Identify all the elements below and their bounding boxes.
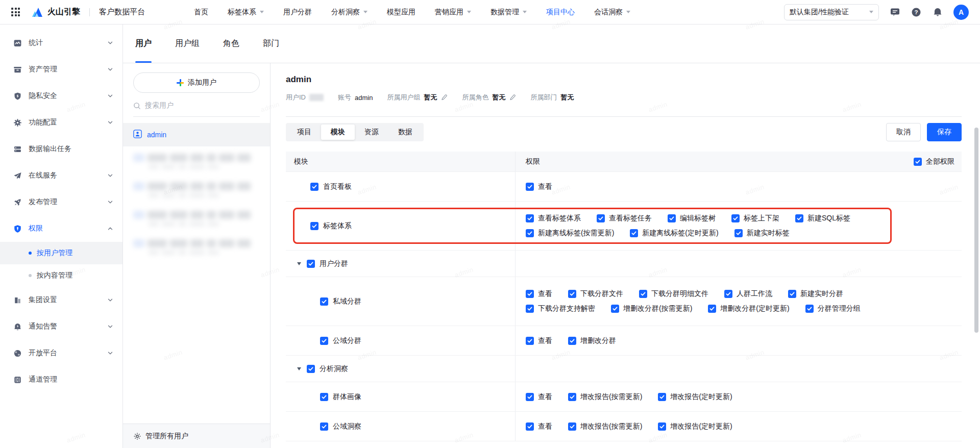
permission-checkbox[interactable] (597, 214, 605, 222)
segment-tab-2[interactable]: 模块 (321, 125, 355, 140)
user-list-item-redacted[interactable] (123, 237, 270, 261)
nav-item-3[interactable]: 用户分群 (283, 8, 312, 17)
top-navbar: 火山引擎 客户数据平台 首页标签体系用户分群分析洞察模型应用营销应用数据管理项目… (0, 0, 980, 24)
module-checkbox[interactable] (320, 422, 328, 431)
nav-item-9[interactable]: 会话洞察 (594, 8, 630, 17)
sidebar-item-config[interactable]: 功能配置 (0, 109, 122, 136)
user-avatar[interactable]: A (953, 5, 969, 20)
tab-4[interactable]: 部门 (263, 24, 279, 63)
notification-bell-icon[interactable] (932, 7, 943, 18)
product-name: 客户数据平台 (99, 7, 145, 17)
permission-checkbox[interactable] (795, 214, 803, 222)
permission-checkbox[interactable] (526, 393, 534, 401)
nav-item-6[interactable]: 营销应用 (435, 8, 471, 17)
nav-item-4[interactable]: 分析洞察 (331, 8, 368, 17)
permission-checkbox[interactable] (658, 393, 666, 401)
sidebar-item-notification[interactable]: 通知告警 (0, 313, 122, 340)
sidebar-item-online-service[interactable]: 在线服务 (0, 162, 122, 189)
sidebar-item-assets[interactable]: 资产管理 (0, 56, 122, 83)
sidebar-item-data-output[interactable]: 数据输出任务 (0, 136, 122, 162)
module-checkbox[interactable] (320, 393, 328, 401)
main-content: admin 用户ID账号admin所属用户组暂无所属角色暂无所属部门暂无 项目模… (271, 63, 980, 448)
segment-tab-3[interactable]: 资源 (355, 125, 388, 140)
app-grid-icon[interactable] (11, 8, 20, 16)
permission-checkbox[interactable] (568, 393, 576, 401)
permission-checkbox[interactable] (788, 290, 796, 298)
user-list-item-redacted[interactable] (123, 209, 270, 232)
permission-checkbox[interactable] (568, 337, 576, 345)
permission-checkbox[interactable] (526, 305, 534, 313)
permission-checkbox[interactable] (658, 422, 666, 431)
permission-checkbox[interactable] (526, 214, 534, 222)
module-checkbox[interactable] (320, 337, 328, 345)
sidebar-item-permission[interactable]: 权限 (0, 215, 122, 242)
add-user-button[interactable]: 添加用户 (133, 72, 260, 93)
permission-checkbox[interactable] (708, 305, 716, 313)
all-permissions-checkbox[interactable] (914, 158, 922, 166)
module-checkbox[interactable] (320, 297, 328, 306)
nav-item-5[interactable]: 模型应用 (387, 8, 415, 17)
permission-checkbox[interactable] (611, 305, 619, 313)
module-checkbox[interactable] (310, 183, 318, 191)
permission-checkbox[interactable] (568, 422, 576, 431)
module-checkbox[interactable] (307, 260, 315, 268)
vertical-scrollbar[interactable] (974, 128, 978, 333)
permission-checkbox[interactable] (639, 290, 647, 298)
help-icon[interactable]: ? (911, 7, 922, 18)
feedback-icon[interactable] (889, 7, 900, 18)
permission-checkbox[interactable] (805, 305, 814, 313)
edit-pencil-icon[interactable] (440, 94, 448, 101)
permission-checkbox[interactable] (724, 290, 732, 298)
permission-checkbox[interactable] (568, 290, 576, 298)
sidebar-item-publish[interactable]: 发布管理 (0, 189, 122, 215)
redacted-value (309, 94, 324, 101)
chevron-down-icon (107, 93, 113, 99)
permission-checkbox[interactable] (526, 183, 534, 191)
permission-checkbox[interactable] (526, 229, 534, 237)
permission-checkbox[interactable] (526, 290, 534, 298)
nav-item-8[interactable]: 项目中心 (546, 8, 575, 17)
permission-checkbox[interactable] (731, 214, 740, 222)
sidebar-item-open-platform[interactable]: 开放平台 (0, 340, 122, 366)
module-checkbox[interactable] (310, 222, 318, 230)
permission-checkbox[interactable] (630, 229, 638, 237)
permission-checkbox[interactable] (668, 214, 676, 222)
module-cell: 用户分群 (286, 251, 516, 277)
sidebar-item-privacy[interactable]: 隐私安全 (0, 83, 122, 109)
permissions-table: 模块 权限 全部权限 首页看板查看标签体系查看标签体系查看标签任务编辑标签树标签… (286, 152, 962, 441)
nav-item-1[interactable]: 首页 (194, 8, 208, 17)
permission-item: 下载分群支持解密 (526, 304, 595, 313)
cancel-button[interactable]: 取消 (886, 123, 921, 141)
page-title: admin (286, 74, 962, 85)
permission-checkbox[interactable] (526, 422, 534, 431)
sidebar-subitem-2[interactable]: 按内容管理 (0, 264, 122, 287)
segment-tab-1[interactable]: 项目 (287, 125, 321, 140)
segment-tab-4[interactable]: 数据 (388, 125, 422, 140)
workspace-select[interactable]: 默认集团/性能验证 (784, 4, 879, 20)
save-button[interactable]: 保存 (927, 123, 962, 141)
user-list-item-selected[interactable]: admin (123, 123, 270, 146)
sidebar-item-group-settings[interactable]: 集团设置 (0, 287, 122, 313)
module-checkbox[interactable] (307, 365, 315, 373)
sidebar-item-channel[interactable]: 通道管理 (0, 366, 122, 393)
caret-down-icon[interactable] (297, 367, 301, 370)
edit-pencil-icon[interactable] (509, 94, 516, 101)
permission-item: 新建SQL标签 (795, 214, 850, 223)
search-user-input[interactable]: 搜索用户 (133, 101, 260, 117)
permission-checkbox[interactable] (734, 229, 743, 237)
permission-scope-tabs: 项目模块资源数据 (286, 123, 424, 141)
user-list-item-redacted[interactable] (123, 152, 270, 175)
sidebar-item-stats[interactable]: 统计 (0, 30, 122, 56)
tab-1[interactable]: 用户 (135, 24, 152, 63)
manage-all-users-button[interactable]: 管理所有用户 (123, 424, 270, 448)
caret-down-icon[interactable] (297, 262, 301, 265)
stats-icon (13, 39, 22, 47)
tab-2[interactable]: 用户组 (175, 24, 200, 63)
user-list-item-redacted[interactable] (123, 180, 270, 204)
sidebar-subitem-1[interactable]: 按用户管理 (0, 242, 122, 264)
permission-checkbox[interactable] (526, 337, 534, 345)
permission-row-1: 首页看板查看 (286, 172, 962, 202)
nav-item-7[interactable]: 数据管理 (491, 8, 527, 17)
nav-item-2[interactable]: 标签体系 (228, 8, 264, 17)
tab-3[interactable]: 角色 (223, 24, 239, 63)
